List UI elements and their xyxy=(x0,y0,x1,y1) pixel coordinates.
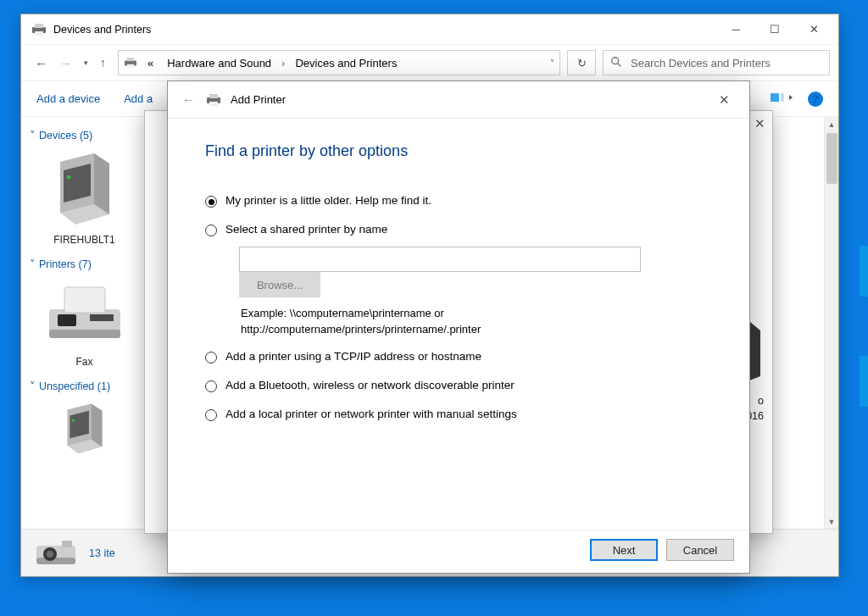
add-printer-button-cut[interactable]: Add a xyxy=(124,92,153,105)
item-count: 13 ite xyxy=(89,547,115,559)
window-title: Devices and Printers xyxy=(53,24,151,36)
radio-icon[interactable] xyxy=(205,352,217,363)
svg-rect-34 xyxy=(62,541,72,547)
camera-icon xyxy=(33,537,79,569)
radio-icon[interactable] xyxy=(205,409,217,421)
recent-locations-button[interactable]: ▾ xyxy=(84,58,88,67)
cancel-button[interactable]: Cancel xyxy=(666,539,734,561)
printer-name: Fax xyxy=(26,356,142,368)
svg-rect-2 xyxy=(35,31,43,36)
svg-rect-18 xyxy=(64,287,105,313)
svg-rect-38 xyxy=(209,94,218,98)
desktop-edge-tab xyxy=(860,356,868,407)
search-box[interactable]: Search Devices and Printers xyxy=(603,50,830,75)
wizard-heading: Find a printer by other options xyxy=(205,142,715,160)
close-icon[interactable]: ✕ xyxy=(754,116,765,131)
scroll-up-button[interactable]: ▲ xyxy=(825,117,838,131)
option-label: Select a shared printer by name xyxy=(225,223,387,236)
search-placeholder: Search Devices and Printers xyxy=(631,57,771,69)
group-unspecified[interactable]: ˅Unspecified (1) xyxy=(26,375,142,397)
radio-icon[interactable] xyxy=(205,225,217,236)
svg-line-7 xyxy=(618,63,621,66)
svg-rect-9 xyxy=(781,93,784,102)
wizard-titlebar: ← Add Printer ✕ xyxy=(168,81,749,119)
svg-rect-17 xyxy=(49,330,120,338)
wizard-body: Find a printer by other options My print… xyxy=(168,119,749,530)
option-bluetooth-printer[interactable]: Add a Bluetooth, wireless or network dis… xyxy=(205,379,715,392)
svg-point-6 xyxy=(612,57,619,64)
svg-rect-4 xyxy=(127,58,135,61)
breadcrumb-lead[interactable]: « xyxy=(144,53,157,73)
device-name: FIREHUBLT1 xyxy=(26,234,142,246)
svg-point-15 xyxy=(66,175,70,179)
explorer-sidebar: ˅Devices (5) FIREHUBLT1 ˅Printers (7) xyxy=(21,117,148,529)
printer-icon xyxy=(31,24,47,36)
radio-selected-icon[interactable] xyxy=(205,196,217,208)
option-tcpip-printer[interactable]: Add a printer using a TCP/IP address or … xyxy=(205,350,715,363)
desktop-tower-icon xyxy=(54,402,115,455)
help-icon[interactable]: ? xyxy=(808,92,823,107)
printer-item[interactable]: Fax xyxy=(26,280,142,368)
wizard-close-button[interactable]: ✕ xyxy=(707,92,741,108)
add-device-button[interactable]: Add a device xyxy=(36,92,100,105)
back-button[interactable]: ← xyxy=(35,57,47,69)
wizard-footer: Next Cancel xyxy=(168,530,749,573)
unspecified-item[interactable] xyxy=(26,402,142,458)
svg-rect-1 xyxy=(35,24,43,28)
svg-marker-13 xyxy=(94,153,109,214)
svg-point-25 xyxy=(72,419,75,422)
browse-button[interactable]: Browse... xyxy=(239,272,320,297)
window-controls: ─ ☐ ✕ xyxy=(716,17,833,42)
add-printer-wizard: ← Add Printer ✕ Find a printer by other … xyxy=(167,80,750,574)
fax-icon xyxy=(44,280,125,348)
refresh-button[interactable]: ↻ xyxy=(567,50,596,75)
scrollbar[interactable]: ▲ ▼ xyxy=(824,117,838,529)
title-bar: Devices and Printers ─ ☐ ✕ xyxy=(21,14,838,45)
group-devices[interactable]: ˅Devices (5) xyxy=(26,124,142,147)
example-text: Example: \\computername\printername or h… xyxy=(241,306,715,338)
close-button[interactable]: ✕ xyxy=(794,17,833,42)
device-item[interactable]: FIREHUBLT1 xyxy=(26,152,142,246)
option-shared-printer[interactable]: Select a shared printer by name xyxy=(205,223,715,236)
shared-printer-subsection: Browse... Example: \\computername\printe… xyxy=(239,247,715,338)
next-button[interactable]: Next xyxy=(590,539,658,561)
search-icon xyxy=(610,56,622,70)
svg-rect-8 xyxy=(771,93,779,102)
nav-arrows: ← → ▾ ↑ xyxy=(35,56,106,69)
group-printers[interactable]: ˅Printers (7) xyxy=(26,253,142,275)
wizard-back-button[interactable]: ← xyxy=(178,92,198,107)
option-older-printer[interactable]: My printer is a little older. Help me fi… xyxy=(205,194,715,208)
option-label: Add a printer using a TCP/IP address or … xyxy=(225,350,481,363)
address-dropdown-button[interactable]: ˅ xyxy=(550,58,554,68)
svg-rect-20 xyxy=(58,314,76,326)
minimize-button[interactable]: ─ xyxy=(716,17,755,42)
desktop-edge-tab xyxy=(860,246,868,297)
scroll-down-button[interactable]: ▼ xyxy=(825,514,838,529)
radio-icon[interactable] xyxy=(205,380,217,392)
option-label: Add a local printer or network printer w… xyxy=(225,408,517,420)
option-label: Add a Bluetooth, wireless or network dis… xyxy=(225,379,515,391)
option-label: My printer is a little older. Help me fi… xyxy=(225,194,431,207)
svg-rect-19 xyxy=(90,314,114,321)
svg-rect-5 xyxy=(127,64,135,68)
address-bar-row: ← → ▾ ↑ « Hardware and Sound › Devices a… xyxy=(21,45,838,80)
svg-marker-24 xyxy=(70,411,89,438)
printer-icon xyxy=(205,94,222,106)
breadcrumb-devices-and-printers[interactable]: Devices and Printers xyxy=(292,53,400,73)
scroll-thumb[interactable] xyxy=(826,133,837,184)
svg-marker-23 xyxy=(91,403,102,447)
forward-button[interactable]: → xyxy=(59,57,72,69)
maximize-button[interactable]: ☐ xyxy=(755,17,794,42)
printer-icon xyxy=(124,58,137,68)
address-bar[interactable]: « Hardware and Sound › Devices and Print… xyxy=(118,50,560,75)
up-button[interactable]: ↑ xyxy=(100,56,106,69)
shared-printer-name-input[interactable] xyxy=(239,247,641,272)
breadcrumb-hardware-and-sound[interactable]: Hardware and Sound xyxy=(164,53,275,73)
svg-rect-31 xyxy=(36,558,75,564)
svg-point-33 xyxy=(47,551,53,558)
desktop-tower-icon xyxy=(52,152,118,226)
svg-marker-14 xyxy=(64,164,91,203)
view-options-icon[interactable] xyxy=(771,91,794,107)
svg-marker-10 xyxy=(789,95,793,100)
option-local-printer[interactable]: Add a local printer or network printer w… xyxy=(205,408,715,421)
